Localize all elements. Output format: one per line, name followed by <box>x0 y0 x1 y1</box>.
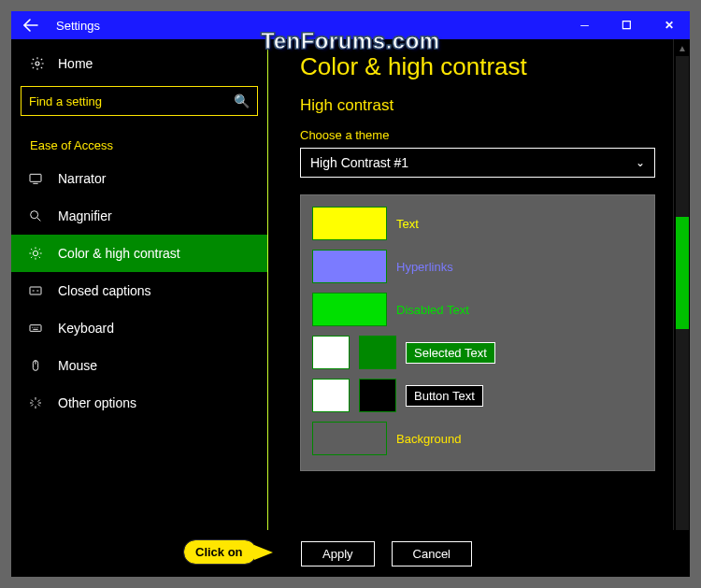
titlebar: Settings ─ ☐ ✕ <box>11 11 690 39</box>
magnifier-icon <box>28 208 43 223</box>
theme-label: Choose a theme <box>300 128 665 142</box>
sidebar-item-label: Mouse <box>58 358 97 373</box>
swatch-disabled[interactable] <box>312 293 387 326</box>
swatch-hyperlinks[interactable] <box>312 250 387 283</box>
sidebar-item-keyboard[interactable]: Keyboard <box>11 309 267 347</box>
keyboard-icon <box>28 321 43 336</box>
sidebar-item-color-high-contrast[interactable]: Color & high contrast <box>11 235 267 272</box>
footer: Apply Cancel <box>11 530 690 577</box>
swatch-selected-fg[interactable] <box>312 336 350 369</box>
swatch-button-bg[interactable] <box>359 379 396 412</box>
back-button[interactable] <box>11 11 50 39</box>
page-title: Color & high contrast <box>300 52 665 81</box>
swatch-row-background: Background <box>312 422 643 455</box>
narrator-icon <box>28 171 43 186</box>
maximize-button[interactable]: ☐ <box>606 11 648 39</box>
cancel-button[interactable]: Cancel <box>392 541 472 566</box>
sidebar-item-label: Keyboard <box>58 321 114 336</box>
color-palette: Text Hyperlinks Disabled Text Selected T… <box>300 194 655 471</box>
swatch-label: Selected Text <box>406 342 495 364</box>
svg-point-2 <box>31 211 38 219</box>
gear-icon <box>30 56 45 71</box>
sidebar-item-label: Other options <box>58 395 136 410</box>
swatch-background[interactable] <box>312 422 387 455</box>
swatch-row-disabled: Disabled Text <box>312 293 643 326</box>
section-title: High contrast <box>300 96 665 115</box>
search-icon: 🔍 <box>234 93 250 108</box>
svg-rect-4 <box>30 287 41 294</box>
sidebar-item-magnifier[interactable]: Magnifier <box>11 197 267 235</box>
theme-select[interactable]: High Contrast #1 ⌄ <box>300 148 655 178</box>
home-label: Home <box>58 56 93 71</box>
theme-selected-value: High Contrast #1 <box>310 155 408 170</box>
swatch-row-button-text: Button Text <box>312 379 643 412</box>
sidebar-item-label: Closed captions <box>58 283 151 298</box>
sidebar-item-closed-captions[interactable]: Closed captions <box>11 272 267 309</box>
captions-icon <box>28 283 43 298</box>
swatch-label: Background <box>396 432 461 446</box>
apply-button[interactable]: Apply <box>301 541 375 566</box>
swatch-label: Text <box>396 217 419 231</box>
svg-point-0 <box>36 62 39 65</box>
svg-rect-5 <box>30 325 41 332</box>
svg-point-3 <box>33 251 37 255</box>
sidebar-item-other-options[interactable]: Other options <box>11 384 267 422</box>
svg-rect-1 <box>30 174 41 181</box>
sidebar-item-label: Narrator <box>58 171 106 186</box>
sidebar-item-narrator[interactable]: Narrator <box>11 160 267 197</box>
minimize-button[interactable]: ─ <box>564 11 606 39</box>
sidebar-item-label: Color & high contrast <box>58 246 180 261</box>
swatch-selected-bg[interactable] <box>359 336 396 369</box>
swatch-row-text: Text <box>312 207 643 240</box>
nav-list: Narrator Magnifier Color & high contrast… <box>11 158 267 422</box>
swatch-label: Hyperlinks <box>396 260 453 274</box>
swatch-row-selected-text: Selected Text <box>312 336 643 369</box>
sidebar-item-mouse[interactable]: Mouse <box>11 347 267 384</box>
scrollbar[interactable]: ▲ ▼ <box>673 39 690 577</box>
search-field[interactable]: 🔍 <box>21 86 258 116</box>
sidebar-item-label: Magnifier <box>58 208 112 223</box>
swatch-button-fg[interactable] <box>312 379 350 412</box>
sidebar: Home 🔍 Ease of Access Narrator Magnifier <box>11 39 268 577</box>
brightness-icon <box>28 246 43 261</box>
swatch-label: Disabled Text <box>396 303 469 317</box>
window-title: Settings <box>50 19 100 33</box>
content: Color & high contrast High contrast Choo… <box>268 39 690 577</box>
chevron-down-icon: ⌄ <box>636 156 645 169</box>
swatch-row-hyperlinks: Hyperlinks <box>312 250 643 283</box>
home-link[interactable]: Home <box>21 49 258 82</box>
mouse-icon <box>28 358 43 373</box>
swatch-label: Button Text <box>406 385 483 407</box>
options-icon <box>28 395 43 410</box>
section-label: Ease of Access <box>11 129 267 158</box>
settings-window: Settings ─ ☐ ✕ TenForums.com Home 🔍 <box>11 11 690 577</box>
annotation-callout: Click on <box>184 540 256 564</box>
scroll-thumb[interactable] <box>676 217 689 329</box>
search-input[interactable] <box>29 94 234 108</box>
close-button[interactable]: ✕ <box>648 11 690 39</box>
scroll-up-arrow[interactable]: ▲ <box>674 39 690 56</box>
swatch-text[interactable] <box>312 207 387 240</box>
